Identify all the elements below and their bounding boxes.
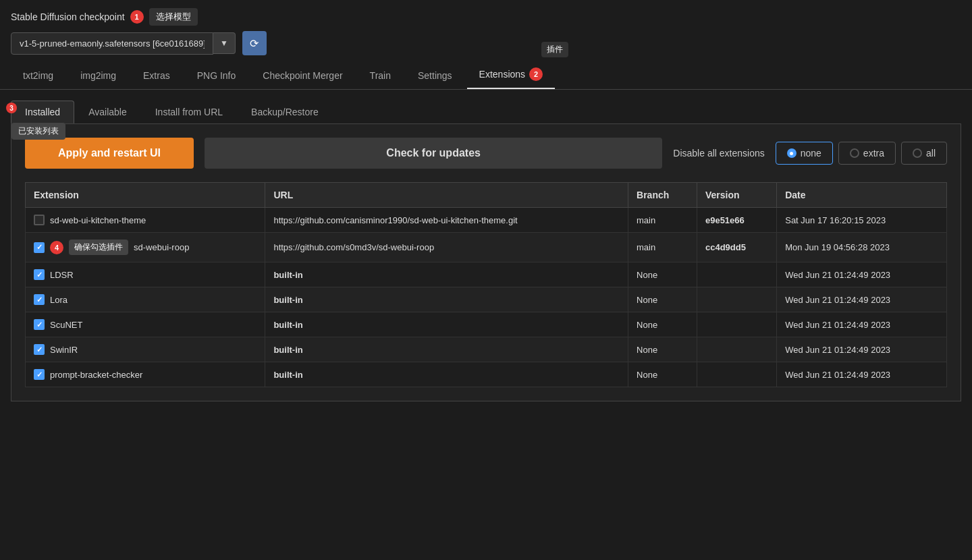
model-dropdown-row: v1-5-pruned-emaonly.safetensors [6ce0161… [0,31,972,61]
dropdown-arrow-button[interactable]: ▼ [213,32,236,54]
subtab-available[interactable]: Available [74,101,141,123]
tab-extensions[interactable]: Extensions 2 插件 [467,61,555,89]
version-cell [697,337,776,362]
extension-cell: LDSR [26,262,265,287]
date-cell: Wed Jun 21 01:24:49 2023 [777,312,947,337]
url-cell: built-in [265,262,628,287]
tab-settings[interactable]: Settings [406,63,464,89]
table-row: 4确保勾选插件sd-webui-roophttps://github.com/s… [26,233,947,262]
plugin-tooltip-label: 插件 [541,42,568,57]
installed-badge: 3 [6,103,17,113]
extension-checkbox[interactable] [34,294,45,305]
extension-name: sd-webui-roop [134,242,189,252]
url-cell: built-in [265,312,628,337]
extension-name: Lora [50,295,68,305]
url-cell: built-in [265,287,628,312]
radio-dot-none [787,148,796,158]
tab-img2img[interactable]: img2img [68,63,128,89]
table-row: prompt-bracket-checkerbuilt-inNoneWed Ju… [26,362,947,387]
extension-cell: ScuNET [26,312,265,337]
version-cell [697,262,776,287]
branch-cell: main [628,233,697,262]
check-updates-button[interactable]: Check for updates [205,138,662,169]
main-tabs: txt2img img2img Extras PNG Info Checkpoi… [0,61,972,90]
content-area: Installed 3 已安装列表 Available Install from… [0,90,972,412]
version-cell [697,362,776,387]
table-row: sd-web-ui-kitchen-themehttps://github.co… [26,208,947,233]
radio-dot-extra [850,148,859,158]
version-cell: e9e51e66 [697,208,776,233]
branch-cell: None [628,312,697,337]
radio-all[interactable]: all [901,142,947,165]
extension-name: SwinIR [50,345,78,355]
extensions-table: Extension URL Branch Version Date sd-web… [25,182,947,387]
radio-none[interactable]: none [776,142,833,165]
checkbox-cell: sd-web-ui-kitchen-theme [34,215,256,225]
tab-txt2img[interactable]: txt2img [11,63,65,89]
col-url: URL [265,183,628,208]
extension-cell: 4确保勾选插件sd-webui-roop [26,233,265,262]
col-branch: Branch [628,183,697,208]
badge-1: 1 [130,10,144,24]
branch-cell: None [628,362,697,387]
version-cell: cc4d9dd5 [697,233,776,262]
extension-checkbox[interactable] [34,369,45,380]
top-bar: Stable Diffusion checkpoint 1 选择模型 [0,0,972,31]
version-cell [697,312,776,337]
model-label: Stable Diffusion checkpoint [11,11,125,22]
tab-png-info[interactable]: PNG Info [185,63,248,89]
date-cell: Wed Jun 21 01:24:49 2023 [777,262,947,287]
checkbox-cell: LDSR [34,269,256,280]
checkbox-cell: ScuNET [34,319,256,330]
checkbox-cell: prompt-bracket-checker [34,369,256,380]
row-badge: 4 [50,241,63,254]
extension-checkbox[interactable] [34,242,45,253]
branch-cell: None [628,287,697,312]
extension-cell: SwinIR [26,337,265,362]
model-section: Stable Diffusion checkpoint 1 选择模型 [11,8,198,26]
extension-cell: prompt-bracket-checker [26,362,265,387]
tab-extras[interactable]: Extras [131,63,182,89]
branch-cell: None [628,337,697,362]
checkbox-cell: Lora [34,294,256,305]
table-row: LDSRbuilt-inNoneWed Jun 21 01:24:49 2023 [26,262,947,287]
row-tooltip: 确保勾选插件 [69,240,128,255]
radio-extra[interactable]: extra [838,142,896,165]
refresh-icon: ⟳ [250,37,259,50]
extension-name: LDSR [50,270,74,280]
extension-name: ScuNET [50,320,82,330]
apply-restart-button[interactable]: Apply and restart UI [25,138,194,169]
branch-cell: main [628,208,697,233]
radio-dot-all [913,148,922,158]
extension-checkbox[interactable] [34,344,45,355]
date-cell: Wed Jun 21 01:24:49 2023 [777,362,947,387]
tab-train[interactable]: Train [358,63,403,89]
date-cell: Sat Jun 17 16:20:15 2023 [777,208,947,233]
date-cell: Wed Jun 21 01:24:49 2023 [777,337,947,362]
table-row: SwinIRbuilt-inNoneWed Jun 21 01:24:49 20… [26,337,947,362]
extensions-badge: 2 [529,67,543,81]
tab-checkpoint-merger[interactable]: Checkpoint Merger [250,63,354,89]
extension-checkbox[interactable] [34,269,45,280]
date-cell: Wed Jun 21 01:24:49 2023 [777,287,947,312]
actions-row: Apply and restart UI Check for updates D… [25,138,947,169]
col-extension: Extension [26,183,265,208]
branch-cell: None [628,262,697,287]
refresh-button[interactable]: ⟳ [242,31,267,55]
extension-checkbox[interactable] [34,215,45,225]
extension-cell: Lora [26,287,265,312]
table-row: ScuNETbuilt-inNoneWed Jun 21 01:24:49 20… [26,312,947,337]
checkbox-cell: SwinIR [34,344,256,355]
installed-tooltip: 已安装列表 [11,123,65,140]
subtab-backup-restore[interactable]: Backup/Restore [237,101,333,123]
table-row: Lorabuilt-inNoneWed Jun 21 01:24:49 2023 [26,287,947,312]
col-version: Version [697,183,776,208]
subtab-install-from-url[interactable]: Install from URL [141,101,237,123]
disable-label: Disable all extensions [673,148,764,159]
radio-group: none extra all [776,142,947,165]
model-select[interactable]: v1-5-pruned-emaonly.safetensors [6ce0161… [11,32,213,55]
model-label-area: Stable Diffusion checkpoint 1 选择模型 [11,8,198,26]
extension-name: sd-web-ui-kitchen-theme [50,215,146,225]
subtab-installed[interactable]: Installed 3 已安装列表 [11,101,74,123]
extension-checkbox[interactable] [34,319,45,330]
